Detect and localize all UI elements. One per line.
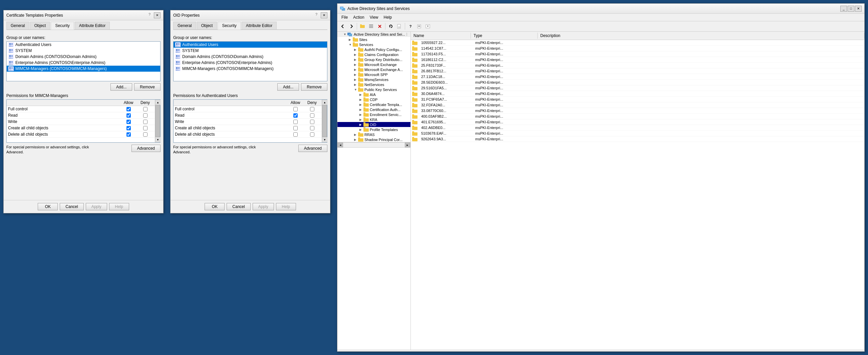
perm-deny-check[interactable] [304,126,320,130]
expand-icon[interactable]: ▶ [354,138,358,141]
expand-icon[interactable]: ▶ [360,103,364,106]
expand-icon[interactable]: ▼ [349,43,353,46]
expand-icon[interactable]: ▶ [354,48,358,51]
group-item[interactable]: Enterprise Admins (CONTOSO\Enterprise Ad… [174,60,327,66]
expand-icon[interactable]: ▶ [354,58,358,61]
expand-icon[interactable]: ▶ [354,53,358,56]
dialog1-ok-button[interactable]: OK [38,203,58,210]
expand-icon[interactable]: ▶ [354,68,358,71]
dialog1-remove-button[interactable]: Remove [134,83,160,91]
perm-deny-check[interactable] [137,113,154,118]
dialog1-close-button[interactable]: ✕ [154,12,160,18]
col-header-name[interactable]: Name [411,33,471,39]
tree-item[interactable]: ▶ AIA [337,92,410,97]
perm-allow-check[interactable] [287,132,304,137]
dialog2-close-button[interactable]: ✕ [321,12,328,18]
perm-allow-checkbox[interactable] [293,113,298,118]
tree-item-services[interactable]: ▼ Services [337,42,410,47]
perm-deny-checkbox[interactable] [143,107,148,111]
scroll-left[interactable]: ◄ [338,143,343,147]
dialog1-advanced-button[interactable]: Advanced [131,145,160,152]
list-item[interactable]: 11726143.F5... msPKI-Enterpri... [411,51,864,57]
toolbar-folder-button[interactable] [359,22,366,30]
group-item[interactable]: SYSTEM [174,48,327,54]
list-item[interactable]: 114542.1C87... msPKI-Enterpri... [411,46,864,51]
tab-attribute-2[interactable]: Attribute Editor [242,22,277,29]
tree-item[interactable]: ▶ Profile Templates [337,127,410,132]
tab-general-2[interactable]: General [173,22,196,29]
list-item[interactable]: 31.FC9F65A7... msPKI-Enterpri... [411,97,864,102]
perm-deny-checkbox[interactable] [143,120,148,124]
tree-item-root[interactable]: ▼ Active Directory Sites and Sei... [337,32,410,37]
perm-allow-checkbox[interactable] [126,132,131,137]
expand-icon[interactable]: ▶ [360,123,364,126]
group-item[interactable]: SYSTEM [7,48,160,54]
expand-icon[interactable]: ▶ [360,118,364,121]
list-item[interactable]: 16186112.C2... msPKI-Enterpri... [411,57,864,63]
perm-allow-check[interactable] [287,126,304,130]
perm-deny-check[interactable] [304,132,320,137]
list-item[interactable]: 29.516D1FA5... msPKI-Enterpri... [411,85,864,91]
tree-item[interactable]: ▶ NetServices [337,82,410,87]
toolbar-properties-button[interactable] [415,22,423,30]
perm-allow-check[interactable] [287,120,304,124]
tree-item-sites[interactable]: ▶ Sites [337,37,410,42]
group-item[interactable]: Enterprise Admins (CONTOSO\Enterprise Ad… [7,60,160,66]
expand-icon[interactable]: ▶ [354,83,358,86]
tree-item-oid[interactable]: ▶ OID [337,122,410,127]
tab-attribute-1[interactable]: Attribute Editor [75,22,110,29]
group-item[interactable]: MIMCM-Managers (CONTOSO\MIMCM-Managers) [7,66,160,72]
list-item[interactable]: 10555927.22... msPKI-Enterpri... [411,40,864,46]
tree-scrollbar[interactable]: ◄ ► [337,142,410,148]
ad-maximize-button[interactable]: □ [848,6,854,12]
perm-deny-checkbox[interactable] [143,126,148,130]
menu-help[interactable]: Help [381,14,395,20]
dialog1-add-button[interactable]: Add... [111,83,132,91]
list-item[interactable]: 26.8817FB12... msPKI-Enterpri... [411,68,864,74]
dialog1-apply-button[interactable]: Apply [86,203,107,210]
tree-item[interactable]: ▶ Certificate Templa... [337,102,410,107]
expand-icon[interactable]: ▶ [360,113,364,116]
menu-action[interactable]: Action [350,14,367,20]
list-item[interactable]: 401.E761695... msPKI-Enterpri... [411,119,864,125]
tree-item[interactable]: ▶ Shadow Principal Cor... [337,137,410,142]
scroll-thumb[interactable] [322,105,327,137]
group-item[interactable]: Domain Admins (CONTOSO\Domain Admins) [7,54,160,60]
perm-allow-check[interactable] [287,107,304,111]
perm-deny-checkbox[interactable] [310,120,314,124]
tree-item[interactable]: ▶ MsmqServices [337,77,410,82]
toolbar-details-button[interactable] [367,22,375,30]
perm-allow-checkbox[interactable] [126,120,131,124]
list-item[interactable]: 402.A6DBE0... msPKI-Enterpri... [411,125,864,131]
expand-icon[interactable]: ▶ [360,108,364,111]
tab-general-1[interactable]: General [6,22,29,29]
toolbar-more-button[interactable] [424,22,432,30]
perm-allow-checkbox[interactable] [293,120,298,124]
perm-allow-checkbox[interactable] [293,107,298,111]
dialog2-cancel-button[interactable]: Cancel [226,203,250,210]
perm-deny-checkbox[interactable] [310,132,314,137]
dialog2-remove-button[interactable]: Remove [301,83,328,91]
group-item[interactable]: Authenticated Users [174,42,327,48]
expand-icon[interactable]: ▶ [349,38,353,41]
perm-deny-check[interactable] [304,120,320,124]
expand-icon[interactable]: ▶ [354,73,358,76]
tree-item[interactable]: ▶ RRAS [337,132,410,137]
ad-list-content[interactable]: 10555927.22... msPKI-Enterpri... 114542.… [411,40,864,350]
ad-minimize-button[interactable]: _ [840,6,847,12]
perm-allow-check[interactable] [120,126,137,130]
scroll-thumb[interactable] [155,105,160,137]
perm-allow-check[interactable] [120,113,137,118]
menu-file[interactable]: File [339,14,350,20]
perm-allow-check[interactable] [120,120,137,124]
expand-icon[interactable]: ▶ [354,78,358,81]
expand-icon[interactable]: ▶ [360,128,364,131]
toolbar-export-button[interactable] [396,22,403,30]
dialog1-help-button[interactable]: Help [109,203,129,210]
dialog2-add-button[interactable]: Add... [277,83,299,91]
toolbar-back-button[interactable] [339,22,347,30]
scroll-down[interactable]: ▼ [322,137,328,142]
scroll-up[interactable]: ▲ [155,100,160,105]
list-item[interactable]: 30.D6A4874... msPKI-Enterpri... [411,91,864,97]
expand-icon[interactable]: ▶ [360,98,364,101]
